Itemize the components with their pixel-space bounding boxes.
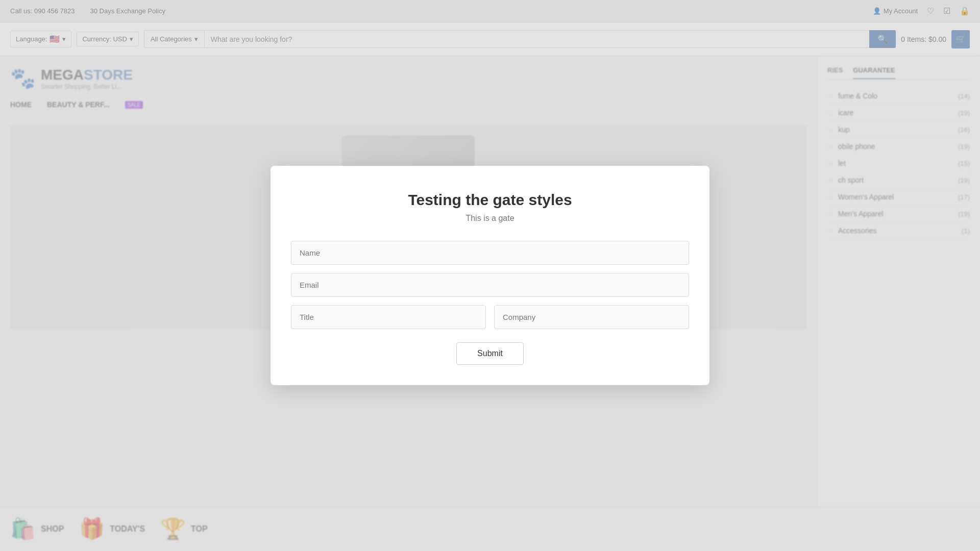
name-field[interactable] (291, 241, 689, 265)
submit-wrap: Submit (291, 342, 689, 365)
modal-overlay: Testing the gate styles This is a gate S… (0, 0, 980, 551)
submit-button[interactable]: Submit (456, 342, 524, 365)
modal-subtitle: This is a gate (291, 214, 689, 223)
title-field[interactable] (291, 305, 486, 329)
form-row (291, 305, 689, 329)
modal-form: Submit (291, 241, 689, 365)
company-field[interactable] (494, 305, 689, 329)
modal-dialog: Testing the gate styles This is a gate S… (271, 166, 709, 385)
email-field[interactable] (291, 273, 689, 297)
modal-title: Testing the gate styles (291, 191, 689, 209)
